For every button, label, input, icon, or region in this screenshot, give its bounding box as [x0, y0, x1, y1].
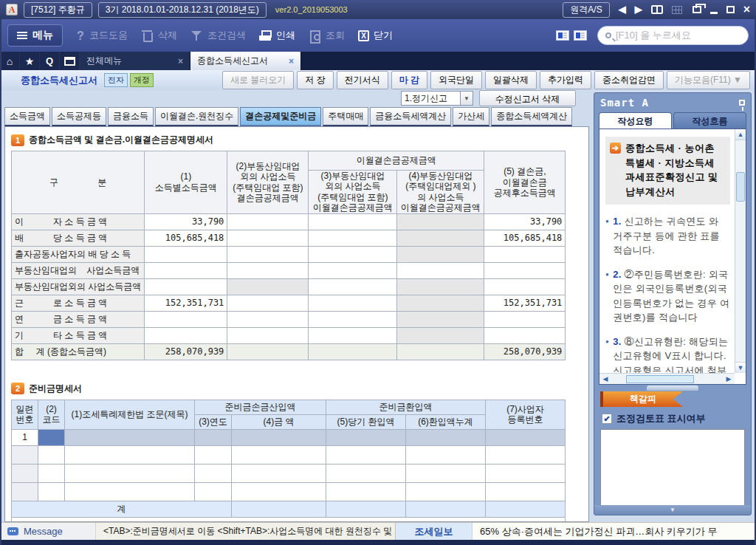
star-icon[interactable]: ★	[20, 52, 40, 70]
review-table-option[interactable]: ✔ 조정검토표 표시여부	[602, 412, 706, 425]
chevron-down-icon[interactable]: ▼	[460, 92, 472, 105]
value-cell-c3[interactable]	[309, 327, 397, 343]
value-cell-c5[interactable]	[484, 278, 566, 295]
header-button-3[interactable]: 마 감	[391, 71, 427, 89]
value-cell[interactable]	[326, 445, 406, 464]
tab-income-tax-return[interactable]: 종합소득세신고서 ×	[190, 52, 301, 70]
value-cell-c3[interactable]	[309, 213, 397, 230]
form-tab-0[interactable]: 소득금액	[4, 107, 50, 126]
quick-search-icon[interactable]: Q	[40, 52, 60, 70]
back-icon[interactable]: ◀	[619, 4, 626, 16]
value-cell[interactable]	[406, 464, 486, 482]
header-button-5[interactable]: 일괄삭제	[485, 71, 537, 89]
window-layout-icon-2[interactable]	[574, 30, 587, 41]
header-button-7[interactable]: 중소취업감면	[594, 71, 664, 89]
value-cell-c4[interactable]	[397, 295, 484, 311]
form-tab-6[interactable]: 금융소득세액계산	[370, 107, 451, 126]
book-icon[interactable]	[651, 5, 663, 14]
value-cell[interactable]	[195, 464, 232, 482]
form-tab-3[interactable]: 이월결손.원천징수	[155, 107, 238, 126]
value-cell-c5[interactable]	[484, 311, 566, 327]
menu-button[interactable]: 메뉴	[7, 24, 63, 47]
value-cell-c1[interactable]	[145, 262, 227, 278]
value-cell[interactable]	[232, 482, 326, 501]
value-cell[interactable]	[326, 464, 406, 482]
value-cell[interactable]	[195, 482, 232, 501]
value-cell[interactable]	[486, 429, 566, 445]
value-cell-c4[interactable]	[397, 213, 484, 230]
value-cell[interactable]	[195, 429, 232, 445]
value-cell-c2[interactable]	[227, 311, 309, 327]
scroll-up-icon[interactable]: ▲	[735, 129, 746, 140]
value-cell-c5[interactable]: 258,070,939	[484, 343, 566, 360]
value-cell-c4[interactable]	[397, 246, 484, 262]
tab-all-menu[interactable]: 전체메뉴 ×	[80, 52, 190, 70]
toolbar-close-button[interactable]: X닫기	[358, 29, 393, 42]
tab-writing-flow[interactable]: 작성흐름	[673, 112, 746, 128]
header-button-2[interactable]: 전기서식	[337, 71, 388, 89]
value-cell-c1[interactable]: 105,685,418	[145, 230, 227, 246]
header-button-4[interactable]: 외국단일	[430, 71, 482, 89]
form-tab-7[interactable]: 가산세	[453, 107, 489, 126]
form-tab-4[interactable]: 결손공제및준비금	[240, 107, 321, 126]
value-cell-c4[interactable]	[397, 327, 484, 343]
bookmark-list-box[interactable]	[600, 429, 745, 512]
value-cell-c2[interactable]	[227, 278, 309, 295]
value-cell[interactable]	[486, 482, 566, 501]
value-cell-c1[interactable]: 152,351,731	[145, 295, 227, 311]
serial-cell[interactable]: 1	[12, 429, 38, 445]
value-cell-c1[interactable]	[145, 311, 227, 327]
tab-writing-guide[interactable]: 작성요령	[599, 112, 672, 128]
scroll-down-icon[interactable]: ▼	[735, 362, 746, 373]
value-cell-c4[interactable]	[397, 311, 484, 327]
news-headline[interactable]: 65% 상속·증여세는 기업가정신 파괴…회사 키우기가 무	[472, 523, 756, 540]
forward-icon[interactable]: ▶	[635, 4, 642, 16]
value-cell-c1[interactable]: 33,790	[145, 213, 227, 230]
code-cell[interactable]	[38, 464, 65, 482]
value-cell[interactable]	[406, 482, 486, 501]
scroll-left-icon[interactable]: ◀	[599, 375, 611, 383]
value-cell-c2[interactable]	[227, 230, 309, 246]
code-cell[interactable]	[38, 429, 65, 445]
value-cell-c5[interactable]: 33,790	[484, 213, 566, 230]
value-cell-c5[interactable]: 105,685,418	[484, 230, 566, 246]
vertical-scrollbar[interactable]: ▲ ▼	[735, 129, 746, 373]
value-cell-c3[interactable]	[309, 295, 397, 311]
toolbar-printer-button[interactable]: 인쇄	[259, 29, 295, 42]
value-cell[interactable]	[65, 464, 195, 482]
value-cell[interactable]	[486, 464, 566, 482]
scroll-right-icon[interactable]: ▶	[723, 375, 735, 383]
value-cell[interactable]	[406, 445, 486, 464]
value-cell-c4[interactable]	[397, 343, 484, 360]
form-tab-5[interactable]: 주택매매	[323, 107, 368, 126]
value-cell-c5[interactable]: 152,351,731	[484, 295, 566, 311]
code-cell[interactable]	[38, 482, 65, 501]
serial-cell[interactable]	[12, 464, 38, 482]
value-cell-c2[interactable]	[227, 343, 309, 360]
value-cell[interactable]	[326, 429, 406, 445]
value-cell-c2[interactable]	[227, 246, 309, 262]
value-cell[interactable]	[232, 464, 326, 482]
remote-as-button[interactable]: 원격A/S	[563, 2, 609, 18]
form-tab-2[interactable]: 금융소득	[108, 107, 154, 126]
value-cell-c2[interactable]	[227, 213, 309, 230]
horizontal-scrollbar[interactable]: ◀ ▶	[599, 373, 735, 384]
panel-collapse-handle[interactable]: ▼	[594, 505, 751, 515]
value-cell-c1[interactable]	[145, 278, 227, 295]
value-cell[interactable]	[65, 482, 195, 501]
serial-cell[interactable]	[12, 482, 38, 501]
value-cell-c2[interactable]	[227, 262, 309, 278]
value-cell-c1[interactable]: 258,070,939	[145, 343, 227, 360]
form-tab-1[interactable]: 소득공제등	[52, 107, 106, 126]
code-cell[interactable]	[38, 445, 65, 464]
scrollbar-thumb-h[interactable]	[626, 375, 694, 383]
scrollbar-thumb[interactable]	[736, 172, 745, 202]
value-cell-c4[interactable]	[397, 278, 484, 295]
home-icon[interactable]: ⌂	[0, 52, 20, 70]
value-cell[interactable]	[232, 445, 326, 464]
value-cell-c2[interactable]	[227, 327, 309, 343]
value-cell-c3[interactable]	[309, 343, 397, 360]
value-cell-c3[interactable]	[309, 230, 397, 246]
cascade-windows-icon[interactable]	[693, 6, 701, 13]
checkbox-checked-icon[interactable]: ✔	[602, 414, 612, 424]
